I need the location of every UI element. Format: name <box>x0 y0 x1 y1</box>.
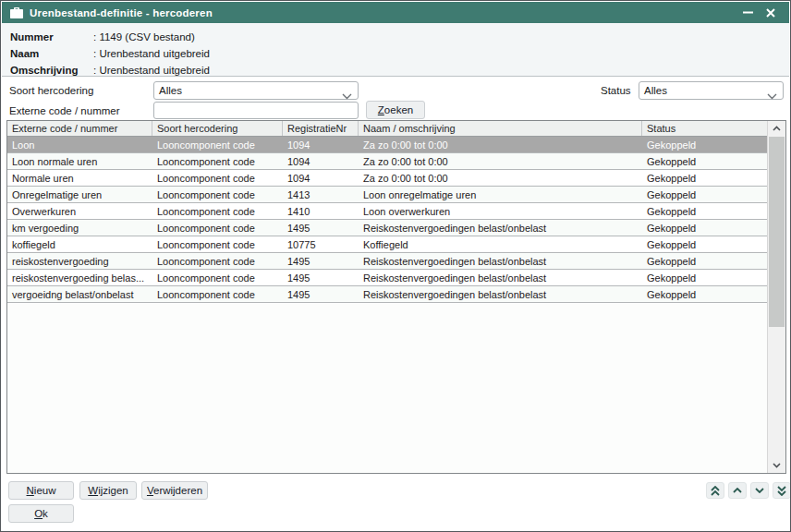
scroll-prev-button[interactable] <box>728 482 747 499</box>
scroll-to-last-button[interactable] <box>773 482 791 499</box>
cell-registratienr: 1094 <box>283 137 359 152</box>
table-body: Loon Looncomponent code 1094 Za zo 0:00 … <box>7 137 767 303</box>
record-info-panel: Nummer: 1149 (CSV bestand) Naam: Urenbes… <box>2 23 789 77</box>
nummer-value: 1149 (CSV bestand) <box>99 31 194 42</box>
column-header-status[interactable]: Status <box>642 121 767 136</box>
cell-soort: Looncomponent code <box>152 137 283 152</box>
cell-naam: Reiskostenvergoedingen belast/onbelast <box>359 286 642 302</box>
table-row[interactable]: km vergoeding Looncomponent code 1495 Re… <box>7 220 767 236</box>
cell-status: Gekoppeld <box>642 236 767 252</box>
cell-externe-code: Normale uren <box>7 170 152 186</box>
cell-registratienr: 1495 <box>283 270 359 285</box>
cell-registratienr: 1495 <box>283 253 359 269</box>
cell-soort: Looncomponent code <box>152 203 283 219</box>
scrollbar-down-icon[interactable] <box>768 458 785 473</box>
table-row[interactable]: Loon Looncomponent code 1094 Za zo 0:00 … <box>7 137 767 153</box>
table-row[interactable]: Onregelmatige uren Looncomponent code 14… <box>7 187 767 203</box>
cell-status: Gekoppeld <box>642 203 767 219</box>
close-icon[interactable] <box>761 4 781 22</box>
cell-externe-code: koffiegeld <box>7 236 152 252</box>
cell-externe-code: Loon normale uren <box>7 153 152 169</box>
wijzigen-button[interactable]: Wijzigen <box>79 481 137 500</box>
externe-code-input[interactable] <box>153 102 359 119</box>
cell-externe-code: Onregelmatige uren <box>7 187 152 202</box>
table-row[interactable]: Normale uren Looncomponent code 1094 Za … <box>7 170 767 187</box>
cell-naam: Za zo 0:00 tot 0:00 <box>359 137 642 152</box>
hercodering-table: Externe code / nummer Soort hercodering … <box>6 120 786 474</box>
cell-status: Gekoppeld <box>642 137 767 152</box>
table-row[interactable]: Loon normale uren Looncomponent code 109… <box>7 153 767 170</box>
column-header-externe-code[interactable]: Externe code / nummer <box>7 121 152 136</box>
cell-externe-code: vergoeidng belast/onbelast <box>7 286 152 302</box>
window-title: Urenbestand-definitie - hercoderen <box>30 7 213 18</box>
chevron-down-icon <box>755 488 764 493</box>
cell-naam: Za zo 0:00 tot 0:00 <box>359 153 642 169</box>
cell-naam: Reiskostenvergoedingen belast/onbelast <box>359 270 642 285</box>
scroll-next-button[interactable] <box>750 482 769 499</box>
scrollbar-up-icon[interactable] <box>768 121 785 136</box>
cell-externe-code: Loon <box>7 137 152 152</box>
cell-soort: Looncomponent code <box>152 286 283 302</box>
cell-status: Gekoppeld <box>642 220 767 236</box>
briefcase-icon <box>10 7 23 18</box>
cell-externe-code: km vergoeding <box>7 220 152 236</box>
colon: : <box>93 31 96 42</box>
cell-registratienr: 1410 <box>283 203 359 219</box>
scroll-to-first-button[interactable] <box>706 482 724 499</box>
colon: : <box>93 48 96 59</box>
cell-naam: Loon overwerkuren <box>359 203 642 219</box>
soort-hercodering-value: Alles <box>159 85 182 96</box>
double-chevron-up-icon <box>711 486 720 496</box>
cell-soort: Looncomponent code <box>152 253 283 269</box>
column-header-registratienr[interactable]: RegistratieNr <box>283 121 359 136</box>
cell-registratienr: 1094 <box>283 170 359 186</box>
table-row[interactable]: Overwerkuren Looncomponent code 1410 Loo… <box>7 203 767 220</box>
cell-status: Gekoppeld <box>642 153 767 169</box>
omschrijving-value: Urenbestand uitgebreid <box>99 65 210 76</box>
chevron-down-icon <box>767 88 777 104</box>
table-row[interactable]: koffiegeld Looncomponent code 10775 Koff… <box>7 236 767 253</box>
verwijderen-button[interactable]: Verwijderen <box>141 481 208 500</box>
zoeken-button[interactable]: Zoeken <box>366 101 425 119</box>
nummer-label: Nummer <box>10 29 93 45</box>
cell-naam: Koffiegeld <box>359 236 642 252</box>
cell-status: Gekoppeld <box>642 253 767 269</box>
filter-bar: Soort hercodering Alles Status Alles Ext… <box>2 77 789 120</box>
cell-naam: Reiskostenvergoedingen belast/onbelast <box>359 220 642 236</box>
cell-soort: Looncomponent code <box>152 270 283 285</box>
cell-status: Gekoppeld <box>642 170 767 186</box>
cell-externe-code: reiskostenvergoeding belas... <box>7 270 152 285</box>
cell-naam: Za zo 0:00 tot 0:00 <box>359 170 642 186</box>
soort-hercodering-select[interactable]: Alles <box>153 81 359 100</box>
soort-hercodering-label: Soort hercodering <box>9 85 93 96</box>
chevron-up-icon <box>733 488 742 493</box>
table-row[interactable]: vergoeidng belast/onbelast Looncomponent… <box>7 286 767 303</box>
cell-registratienr: 1495 <box>283 286 359 302</box>
cell-status: Gekoppeld <box>642 187 767 202</box>
column-header-soort[interactable]: Soort hercodering <box>152 121 283 136</box>
naam-value: Urenbestand uitgebreid <box>99 48 210 59</box>
table-row[interactable]: reiskostenvergoeding Looncomponent code … <box>7 253 767 270</box>
status-value: Alles <box>644 85 667 96</box>
scrollbar-thumb[interactable] <box>769 137 785 327</box>
cell-naam: Reiskostenvergoedingen belast/onbelast <box>359 253 642 269</box>
cell-registratienr: 1413 <box>283 187 359 202</box>
table-header-row: Externe code / nummer Soort hercodering … <box>7 121 767 137</box>
naam-label: Naam <box>10 45 93 62</box>
cell-registratienr: 1495 <box>283 220 359 236</box>
cell-registratienr: 1094 <box>283 153 359 169</box>
ok-button[interactable]: Ok <box>8 504 74 523</box>
table-row[interactable]: reiskostenvergoeding belas... Looncompon… <box>7 270 767 286</box>
cell-status: Gekoppeld <box>642 270 767 285</box>
cell-soort: Looncomponent code <box>152 220 283 236</box>
minimize-icon[interactable] <box>737 4 758 22</box>
status-label: Status <box>601 85 631 96</box>
cell-soort: Looncomponent code <box>152 236 283 252</box>
double-chevron-down-icon <box>777 486 786 496</box>
nieuw-button[interactable]: Nieuw <box>8 481 74 500</box>
title-bar: Urenbestand-definitie - hercoderen <box>2 2 789 23</box>
vertical-scrollbar[interactable] <box>767 121 785 473</box>
externe-code-label: Externe code / nummer <box>9 105 120 116</box>
status-select[interactable]: Alles <box>639 81 784 100</box>
column-header-naam[interactable]: Naam / omschrijving <box>359 121 642 136</box>
